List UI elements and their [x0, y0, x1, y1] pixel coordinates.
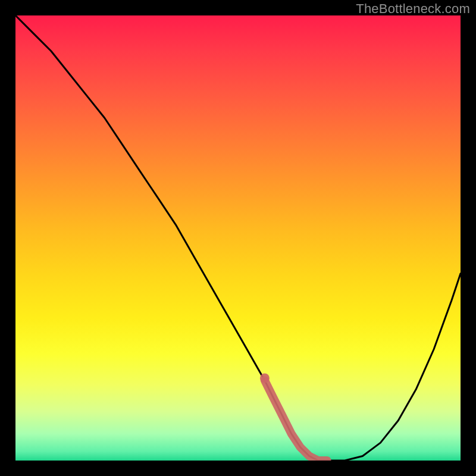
- highlight-band: [260, 373, 327, 461]
- chart-svg: [15, 15, 461, 461]
- svg-point-0: [260, 373, 270, 383]
- chart-plot-area: [15, 15, 461, 461]
- chart-frame: TheBottleneck.com: [0, 0, 476, 476]
- bottleneck-curve: [15, 15, 461, 461]
- watermark-text: TheBottleneck.com: [356, 1, 470, 17]
